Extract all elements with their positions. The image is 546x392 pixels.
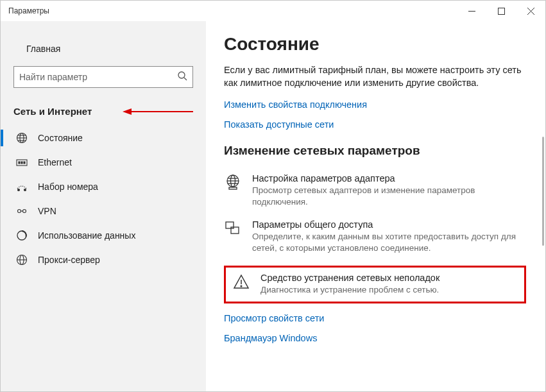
sidebar-item-label: Использование данных (38, 230, 135, 241)
sharing-icon (224, 219, 242, 237)
sidebar-item-label: VPN (38, 206, 56, 216)
sidebar-home[interactable]: Главная (1, 37, 206, 61)
svg-rect-16 (24, 162, 25, 164)
sidebar-item-proxy[interactable]: Прокси-сервер (1, 248, 206, 272)
setting-sharing-options[interactable]: Параметры общего доступа Определите, к к… (224, 219, 526, 254)
svg-rect-31 (229, 187, 237, 189)
search-icon (177, 71, 187, 83)
dialup-icon (16, 181, 28, 192)
link-connection-properties[interactable]: Изменить свойства подключения (224, 99, 367, 110)
sidebar-home-label: Главная (26, 44, 60, 54)
annotation-highlight: Средство устранения сетевых неполадок Ди… (224, 266, 526, 303)
svg-point-17 (18, 189, 20, 191)
sidebar-item-datausage[interactable]: Использование данных (1, 223, 206, 248)
window-controls (457, 1, 545, 21)
sidebar: Главная Сеть и Интернет Состояние (1, 21, 206, 391)
sidebar-item-ethernet[interactable]: Ethernet (1, 150, 206, 175)
minimize-button[interactable] (457, 1, 486, 21)
sidebar-item-label: Прокси-сервер (38, 255, 100, 265)
setting-desc: Просмотр сетевых адаптеров и изменение п… (252, 185, 521, 208)
setting-troubleshoot[interactable]: Средство устранения сетевых неполадок Ди… (232, 273, 518, 296)
sidebar-item-label: Ethernet (38, 157, 72, 167)
setting-title: Средство устранения сетевых неполадок (260, 273, 513, 283)
search-input[interactable] (19, 72, 177, 82)
close-button[interactable] (516, 1, 545, 21)
setting-title: Настройка параметров адаптера (252, 173, 521, 183)
maximize-button[interactable] (486, 1, 516, 21)
sidebar-item-label: Состояние (38, 133, 83, 143)
window-title: Параметры (8, 6, 49, 15)
globe-grid-icon (224, 173, 242, 191)
titlebar: Параметры (1, 1, 545, 21)
link-windows-firewall[interactable]: Брандмауэр Windows (224, 333, 317, 343)
intro-text: Если у вас лимитный тарифный план, вы мо… (224, 64, 526, 90)
svg-marker-7 (123, 108, 132, 115)
globe-grid-icon (16, 132, 28, 144)
data-usage-icon (16, 230, 28, 241)
search-box[interactable] (13, 66, 193, 88)
sidebar-category-label: Сеть и Интернет (13, 106, 92, 117)
svg-rect-1 (498, 8, 504, 14)
svg-point-18 (24, 189, 26, 191)
svg-point-19 (18, 210, 21, 213)
setting-adapter-options[interactable]: Настройка параметров адаптера Просмотр с… (224, 173, 526, 208)
link-available-networks[interactable]: Показать доступные сети (224, 119, 334, 130)
page-title: Состояние (224, 34, 526, 55)
sidebar-item-label: Набор номера (38, 182, 98, 192)
main-panel: Состояние Если у вас лимитный тарифный п… (206, 21, 545, 391)
sidebar-category: Сеть и Интернет (1, 99, 206, 126)
globe-icon (16, 254, 28, 266)
sidebar-item-vpn[interactable]: VPN (1, 199, 206, 223)
svg-line-5 (184, 78, 187, 80)
sidebar-nav: Состояние Ethernet Набор номера VPN (1, 126, 206, 272)
annotation-arrow-icon (123, 107, 193, 117)
svg-rect-15 (21, 162, 22, 164)
link-network-properties[interactable]: Просмотр свойств сети (224, 313, 324, 323)
setting-desc: Диагностика и устранение проблем с сетью… (260, 284, 513, 296)
section-heading: Изменение сетевых параметров (224, 144, 526, 158)
vpn-icon (16, 205, 28, 217)
svg-point-35 (241, 286, 242, 287)
svg-point-20 (23, 210, 26, 213)
setting-title: Параметры общего доступа (252, 219, 521, 230)
setting-desc: Определите, к каким данным вы хотите пре… (252, 231, 521, 254)
svg-rect-14 (19, 162, 20, 164)
svg-point-4 (178, 72, 185, 78)
warning-icon (232, 273, 250, 291)
scrollbar[interactable] (542, 137, 544, 246)
sidebar-item-status[interactable]: Состояние (1, 126, 206, 150)
ethernet-icon (16, 157, 28, 168)
sidebar-item-dialup[interactable]: Набор номера (1, 175, 206, 199)
